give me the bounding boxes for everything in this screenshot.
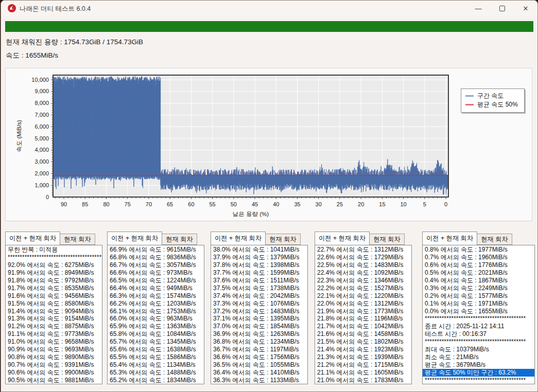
list-item-selected[interactable]: 평균 속도 50% 미만 구간 : 63.2% xyxy=(423,369,534,377)
list-item[interactable]: 0.1% 에서의 속도 : 1971MiB/s xyxy=(423,300,534,308)
list-item[interactable]: 36.8% 에서의 속도 : 1234MiB/s xyxy=(211,338,307,346)
list-item[interactable]: ****************************************… xyxy=(423,315,534,323)
list-item[interactable]: 22.6% 에서의 속도 : 1729MiB/s xyxy=(315,254,411,261)
list-item[interactable]: 66.2% 에서의 속도 : 1203MiB/s xyxy=(108,300,204,308)
list-item[interactable]: 0.7% 에서의 속도 : 1960MiB/s xyxy=(423,254,534,261)
list-item[interactable]: 90.6% 에서의 속도 : 9900MiB/s xyxy=(6,369,102,377)
list-item[interactable]: 66.7% 에서의 속도 : 3057MiB/s xyxy=(108,261,204,269)
list-item[interactable]: 0.0% 에서의 속도 : 1655MiB/s xyxy=(423,308,534,315)
list-item[interactable]: 65.6% 에서의 속도 : 1638MiB/s xyxy=(108,346,204,353)
list-item[interactable]: 22.0% 에서의 속도 : 1312MiB/s xyxy=(315,300,411,308)
list-item[interactable]: 65.4% 에서의 속도 : 1134MiB/s xyxy=(108,361,204,369)
list-item[interactable]: 65.3% 에서의 속도 : 1488MiB/s xyxy=(108,369,204,377)
list-item[interactable]: 91.4% 에서의 속도 : 9094MiB/s xyxy=(6,308,102,315)
list-item[interactable]: 21.3% 에서의 속도 : 1939MiB/s xyxy=(315,353,411,361)
list-item[interactable]: 37.6% 에서의 속도 : 1511MiB/s xyxy=(211,277,307,284)
speed-log-list[interactable]: 38.0% 에서의 속도 : 1041MiB/s37.9% 에서의 속도 : 1… xyxy=(211,245,308,384)
tab-current[interactable]: 현재 회차 xyxy=(266,234,301,245)
list-item[interactable]: 65.2% 에서의 속도 : 1834MiB/s xyxy=(108,377,204,384)
list-item[interactable]: 66.8% 에서의 속도 : 9836MiB/s xyxy=(108,254,204,261)
list-item[interactable]: 0.5% 에서의 속도 : 2021MiB/s xyxy=(423,269,534,277)
tab-previous-plus-current[interactable]: 이전 + 현재 회차 xyxy=(422,231,477,245)
list-item[interactable]: 37.8% 에서의 속도 : 1398MiB/s xyxy=(211,261,307,269)
list-item[interactable]: 22.7% 에서의 속도 : 1312MiB/s xyxy=(315,246,411,254)
speed-log-list[interactable]: 0.8% 에서의 속도 : 1977MiB/s0.7% 에서의 속도 : 196… xyxy=(422,245,535,384)
list-item[interactable]: 65.7% 에서의 속도 : 1345MiB/s xyxy=(108,338,204,346)
list-item[interactable]: 36.6% 에서의 속도 : 1756MiB/s xyxy=(211,353,307,361)
tab-current[interactable]: 현재 회차 xyxy=(162,234,197,245)
list-item[interactable]: 90.5% 에서의 속도 : 9881MiB/s xyxy=(6,377,102,384)
list-item[interactable]: 37.2% 에서의 속도 : 1483MiB/s xyxy=(211,308,307,315)
list-item[interactable]: 90.7% 에서의 속도 : 9391MiB/s xyxy=(6,361,102,369)
list-item[interactable]: 37.7% 에서의 속도 : 1599MiB/s xyxy=(211,269,307,277)
list-item[interactable]: 21.1% 에서의 속도 : 1605MiB/s xyxy=(315,369,411,377)
list-item[interactable]: 0.8% 에서의 속도 : 1977MiB/s xyxy=(423,246,534,254)
list-item[interactable]: 21.8% 에서의 속도 : 1196MiB/s xyxy=(315,315,411,323)
list-item[interactable]: 종료 시간 : 2025-11-12 14:11 xyxy=(423,323,534,330)
list-item[interactable]: 36.4% 에서의 속도 : 1410MiB/s xyxy=(211,369,307,377)
list-item[interactable]: 0.6% 에서의 속도 : 1776MiB/s xyxy=(423,261,534,269)
tab-previous-plus-current[interactable]: 이전 + 현재 회차 xyxy=(5,231,60,245)
list-item[interactable]: 36.9% 에서의 속도 : 1263MiB/s xyxy=(211,330,307,338)
list-item[interactable]: 37.9% 에서의 속도 : 1379MiB/s xyxy=(211,254,307,261)
list-item[interactable]: 21.0% 에서의 속도 : 1783MiB/s xyxy=(315,377,411,384)
list-item[interactable]: 36.3% 에서의 속도 : 1133MiB/s xyxy=(211,377,307,384)
list-item[interactable]: 37.1% 에서의 속도 : 1395MiB/s xyxy=(211,315,307,323)
tab-previous-plus-current[interactable]: 이전 + 현재 회차 xyxy=(107,231,162,245)
list-item[interactable]: 91.7% 에서의 속도 : 8535MiB/s xyxy=(6,284,102,292)
list-item[interactable]: 22.1% 에서의 속도 : 1220MiB/s xyxy=(315,292,411,300)
list-item[interactable]: 90.9% 에서의 속도 : 9693MiB/s xyxy=(6,346,102,353)
list-item[interactable]: 21.6% 에서의 속도 : 1458MiB/s xyxy=(315,330,411,338)
list-item[interactable]: 37.4% 에서의 속도 : 2042MiB/s xyxy=(211,292,307,300)
list-item[interactable]: 66.0% 에서의 속도 : 963MiB/s xyxy=(108,315,204,323)
list-item[interactable]: 66.1% 에서의 속도 : 1753MiB/s xyxy=(108,308,204,315)
list-item[interactable]: 21.7% 에서의 속도 : 1042MiB/s xyxy=(315,323,411,330)
maximize-button[interactable] xyxy=(490,1,514,16)
list-item[interactable]: 66.4% 에서의 속도 : 949MiB/s xyxy=(108,284,204,292)
list-item[interactable]: 37.5% 에서의 속도 : 1738MiB/s xyxy=(211,284,307,292)
list-item[interactable]: 91.0% 에서의 속도 : 9658MiB/s xyxy=(6,338,102,346)
minimize-button[interactable]: — xyxy=(466,1,490,16)
list-item[interactable]: 66.9% 에서의 속도 : 9615MiB/s xyxy=(108,246,204,254)
list-item[interactable]: 91.2% 에서의 속도 : 8875MiB/s xyxy=(6,323,102,330)
list-item[interactable]: 0.2% 에서의 속도 : 1577MiB/s xyxy=(423,292,534,300)
tab-current[interactable]: 현재 회차 xyxy=(60,234,95,245)
list-item[interactable]: 91.9% 에서의 속도 : 8949MiB/s xyxy=(6,269,102,277)
list-item[interactable]: 최소 속도 : 21MiB/s xyxy=(423,353,534,361)
tab-previous-plus-current[interactable]: 이전 + 현재 회차 xyxy=(315,231,370,245)
close-button[interactable]: ✕ xyxy=(514,1,537,16)
list-item[interactable]: 0.3% 에서의 속도 : 2249MiB/s xyxy=(423,284,534,292)
list-item[interactable]: 테스트 시간 : 00:16:37 xyxy=(423,330,534,338)
list-item[interactable]: ****************************************… xyxy=(6,254,102,261)
list-item[interactable]: 91.1% 에서의 속도 : 9773MiB/s xyxy=(6,330,102,338)
speed-log-list[interactable]: 22.7% 에서의 속도 : 1312MiB/s22.6% 에서의 속도 : 1… xyxy=(315,245,412,384)
tab-previous-plus-current[interactable]: 이전 + 현재 회차 xyxy=(211,231,266,245)
list-item[interactable]: 22.3% 에서의 속도 : 1346MiB/s xyxy=(315,277,411,284)
list-item[interactable]: 91.3% 에서의 속도 : 9154MiB/s xyxy=(6,315,102,323)
list-item[interactable]: 21.9% 에서의 속도 : 1773MiB/s xyxy=(315,308,411,315)
list-item[interactable]: 0.4% 에서의 속도 : 1867MiB/s xyxy=(423,277,534,284)
list-item[interactable]: ****************************************… xyxy=(423,338,534,346)
list-item[interactable]: 91.6% 에서의 속도 : 9456MiB/s xyxy=(6,292,102,300)
list-item[interactable]: 22.4% 에서의 속도 : 1092MiB/s xyxy=(315,269,411,277)
list-item[interactable]: 66.3% 에서의 속도 : 1574MiB/s xyxy=(108,292,204,300)
list-item[interactable]: 91.8% 에서의 속도 : 9792MiB/s xyxy=(6,277,102,284)
list-item[interactable]: 37.0% 에서의 속도 : 1854MiB/s xyxy=(211,323,307,330)
list-item[interactable]: 37.3% 에서의 속도 : 1076MiB/s xyxy=(211,300,307,308)
list-item[interactable]: ****************************************… xyxy=(423,377,534,384)
list-item[interactable]: 92.0% 에서의 속도 : 6275MiB/s xyxy=(6,261,102,269)
list-item[interactable]: 66.6% 에서의 속도 : 973MiB/s xyxy=(108,269,204,277)
list-item[interactable]: 65.8% 에서의 속도 : 1084MiB/s xyxy=(108,330,204,338)
list-item[interactable]: 91.5% 에서의 속도 : 8580MiB/s xyxy=(6,300,102,308)
speed-log-list[interactable]: 무한 반복 : 미적용*****************************… xyxy=(5,245,102,384)
tab-current[interactable]: 현재 회차 xyxy=(370,234,405,245)
list-item[interactable]: 21.4% 에서의 속도 : 1923MiB/s xyxy=(315,346,411,353)
list-item[interactable]: 평균 속도 : 3679MiB/s xyxy=(423,361,534,369)
list-item[interactable]: 22.2% 에서의 속도 : 1527MiB/s xyxy=(315,284,411,292)
tab-current[interactable]: 현재 회차 xyxy=(477,234,512,245)
list-item[interactable]: 무한 반복 : 미적용 xyxy=(6,246,102,254)
list-item[interactable]: 66.5% 에서의 속도 : 1224MiB/s xyxy=(108,277,204,284)
list-item[interactable]: 22.5% 에서의 속도 : 1483MiB/s xyxy=(315,261,411,269)
list-item[interactable]: 38.0% 에서의 속도 : 1041MiB/s xyxy=(211,246,307,254)
speed-log-list[interactable]: 66.9% 에서의 속도 : 9615MiB/s66.8% 에서의 속도 : 9… xyxy=(107,245,204,384)
